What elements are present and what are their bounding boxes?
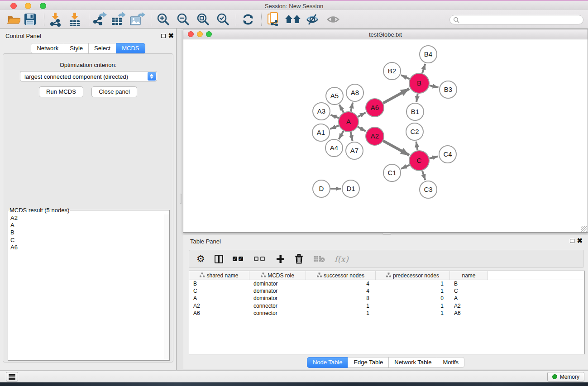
graph-node-A1[interactable]: A1 (312, 124, 330, 141)
graph-node-C1[interactable]: C1 (383, 164, 401, 181)
table-cell[interactable]: C (189, 288, 249, 294)
graph-node-B3[interactable]: B3 (440, 81, 457, 98)
show-columns-icon[interactable] (215, 255, 223, 263)
graph-node-C2[interactable]: C2 (406, 123, 423, 140)
select-all-icon[interactable]: ✓✓ (233, 257, 244, 261)
horizontal-splitter-handle[interactable] (382, 233, 391, 235)
close-panel-button[interactable]: Close panel (91, 86, 137, 97)
table-row[interactable]: A6connector11A6 (189, 310, 584, 317)
graph-edge-A-A8[interactable] (351, 103, 353, 112)
table-cell[interactable]: B (450, 281, 488, 287)
zoom-fit-icon[interactable] (195, 11, 211, 27)
table-cell[interactable]: 8 (306, 295, 376, 301)
mcds-result-item[interactable]: B (9, 229, 163, 236)
table-cell[interactable]: C (450, 288, 488, 294)
node-table[interactable]: shared nameMCDS rolesuccessor nodesprede… (189, 271, 585, 354)
deselect-all-icon[interactable] (254, 257, 267, 261)
graph-node-C[interactable]: C (409, 151, 429, 171)
graph-edge-A6-B[interactable] (383, 89, 409, 103)
graph-edge-C-C4[interactable] (430, 157, 438, 158)
graph-node-A6[interactable]: A6 (366, 99, 384, 117)
mcds-result-item[interactable]: A6 (9, 244, 163, 251)
table-row[interactable]: Cdominator41C (189, 287, 584, 295)
open-session-icon[interactable] (5, 11, 22, 27)
table-cell[interactable]: dominator (249, 281, 306, 287)
float-panel-icon[interactable] (570, 239, 574, 243)
table-cell[interactable]: 0 (376, 295, 450, 301)
mcds-result-list[interactable]: A2ABCA6 (9, 214, 163, 359)
main-titlebar[interactable]: Session: New Session (0, 1, 588, 10)
table-cell[interactable]: A (450, 295, 488, 301)
graph-node-A[interactable]: A (339, 112, 359, 132)
table-row[interactable]: Bdominator41B (189, 280, 584, 287)
table-cell[interactable]: dominator (249, 295, 306, 301)
graph-edge-A-A3[interactable] (331, 115, 339, 118)
graph-node-D[interactable]: D (313, 180, 330, 197)
graph-edge-C-C1[interactable] (401, 165, 410, 169)
table-cell[interactable]: 1 (376, 310, 450, 316)
graph-node-B4[interactable]: B4 (420, 46, 437, 63)
table-tab-node-table[interactable]: Node Table (307, 357, 349, 368)
column-header-successor-nodes[interactable]: successor nodes (306, 271, 376, 280)
zoom-out-icon[interactable] (175, 11, 191, 27)
graph-edge-A-A2[interactable] (358, 127, 366, 131)
import-table-icon[interactable] (67, 11, 83, 27)
table-row[interactable]: Adominator80A (189, 295, 584, 302)
search-box[interactable] (449, 15, 583, 24)
graph-node-D1[interactable]: D1 (342, 180, 359, 197)
table-settings-icon[interactable]: ⚙ (196, 254, 205, 263)
control-tab-mcds[interactable]: MCDS (116, 43, 145, 54)
delete-entry-icon[interactable] (294, 254, 304, 264)
table-cell[interactable]: A2 (189, 303, 249, 309)
table-cell[interactable]: B (189, 281, 249, 287)
import-network-icon[interactable] (47, 11, 63, 27)
graph-node-A7[interactable]: A7 (346, 142, 363, 159)
table-tab-network-table[interactable]: Network Table (388, 357, 437, 368)
column-header-mcds-role[interactable]: MCDS role (249, 271, 306, 280)
result-scrollbar[interactable] (164, 214, 169, 359)
table-cell[interactable]: A2 (450, 303, 488, 309)
dropdown-stepper-icon[interactable] (148, 72, 156, 81)
run-mcds-button[interactable]: Run MCDS (39, 86, 83, 97)
search-input[interactable] (462, 16, 579, 24)
zoom-in-icon[interactable] (155, 11, 172, 27)
network-graph[interactable]: B4B2BB3A5A8A6B1A3AC2A1A2A4A7C4CC1C3DD1 (183, 39, 588, 232)
function-builder-icon[interactable]: f(x) (335, 254, 349, 264)
resize-handle[interactable] (581, 226, 587, 232)
graph-edge-A-A5[interactable] (339, 105, 344, 113)
delete-table-icon[interactable] (313, 255, 325, 262)
mcds-result-item[interactable]: A (9, 222, 163, 229)
network-canvas[interactable]: B4B2BB3A5A8A6B1A3AC2A1A2A4A7C4CC1C3DD1 (183, 39, 588, 232)
close-panel-icon[interactable]: ✖ (577, 238, 583, 243)
control-tab-select[interactable]: Select (88, 43, 116, 54)
graph-node-A4[interactable]: A4 (325, 139, 343, 157)
graph-edge-B-B2[interactable] (401, 75, 410, 79)
table-cell[interactable]: 1 (376, 288, 450, 294)
graph-edge-C-C2[interactable] (416, 142, 417, 151)
table-row[interactable]: A2connector11A2 (189, 302, 584, 310)
table-cell[interactable]: 1 (306, 310, 376, 316)
table-cell[interactable]: 1 (376, 281, 450, 287)
graph-edge-C-C3[interactable] (422, 171, 425, 180)
export-table-icon[interactable] (110, 11, 126, 27)
graph-edge-B-B3[interactable] (430, 86, 439, 87)
graph-node-A8[interactable]: A8 (346, 84, 363, 101)
graph-node-C3[interactable]: C3 (420, 181, 437, 198)
network-view-window[interactable]: testGlobe.txt B4B2BB3A5A8A6B1A3AC2A1A2A4… (183, 29, 588, 233)
table-tab-edge-table[interactable]: Edge Table (348, 357, 389, 368)
houses-icon[interactable] (285, 11, 301, 27)
graph-node-B[interactable]: B (409, 73, 429, 93)
float-panel-icon[interactable] (161, 34, 166, 38)
table-scrollbar[interactable] (584, 271, 584, 354)
table-cell[interactable]: 1 (376, 303, 450, 309)
graph-node-A3[interactable]: A3 (313, 103, 330, 120)
column-header-shared-name[interactable]: shared name (189, 271, 249, 280)
hide-graphics-details-icon[interactable] (304, 11, 320, 27)
table-cell[interactable]: 4 (306, 281, 376, 287)
table-cell[interactable]: 1 (306, 303, 376, 309)
add-entry-icon[interactable] (276, 255, 285, 263)
vertical-splitter-handle[interactable] (180, 194, 182, 204)
graph-edge-A-A6[interactable] (358, 113, 365, 117)
table-cell[interactable]: A6 (450, 310, 488, 316)
graph-edge-A-A7[interactable] (351, 132, 353, 141)
